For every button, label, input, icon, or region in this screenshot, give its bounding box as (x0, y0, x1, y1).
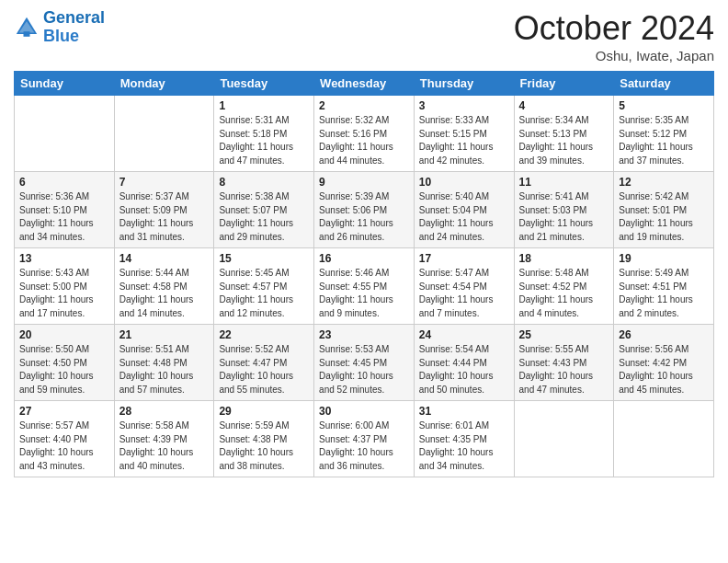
day-info: Sunrise: 5:52 AMSunset: 4:47 PMDaylight:… (219, 343, 309, 396)
week-row-4: 27 Sunrise: 5:57 AMSunset: 4:40 PMDaylig… (15, 401, 714, 477)
day-number: 13 (19, 252, 109, 265)
calendar-cell: 12 Sunrise: 5:42 AMSunset: 5:01 PMDaylig… (614, 172, 714, 248)
logo-blue: Blue (43, 27, 79, 45)
day-number: 9 (319, 176, 409, 189)
calendar-cell: 16 Sunrise: 5:46 AMSunset: 4:55 PMDaylig… (314, 248, 415, 325)
col-wednesday: Wednesday (314, 72, 415, 96)
day-number: 11 (519, 176, 609, 189)
logo-icon (14, 15, 40, 40)
calendar-cell: 2 Sunrise: 5:32 AMSunset: 5:16 PMDayligh… (314, 96, 415, 172)
day-number: 26 (619, 328, 709, 341)
day-number: 29 (219, 405, 309, 418)
day-info: Sunrise: 5:43 AMSunset: 5:00 PMDaylight:… (19, 267, 109, 320)
day-number: 5 (619, 99, 709, 112)
calendar-cell: 19 Sunrise: 5:49 AMSunset: 4:51 PMDaylig… (614, 248, 714, 325)
day-info: Sunrise: 5:59 AMSunset: 4:38 PMDaylight:… (219, 419, 309, 473)
day-info: Sunrise: 5:36 AMSunset: 5:10 PMDaylight:… (19, 190, 109, 244)
day-number: 22 (219, 328, 309, 341)
day-number: 4 (519, 99, 609, 112)
day-info: Sunrise: 5:40 AMSunset: 5:04 PMDaylight:… (419, 190, 509, 244)
logo-general: General (43, 8, 105, 27)
day-number: 21 (119, 328, 210, 341)
day-number: 28 (119, 405, 210, 418)
day-info: Sunrise: 5:53 AMSunset: 4:45 PMDaylight:… (319, 343, 409, 396)
calendar-table: Sunday Monday Tuesday Wednesday Thursday… (14, 71, 714, 477)
day-info: Sunrise: 5:54 AMSunset: 4:44 PMDaylight:… (419, 343, 509, 396)
calendar-cell: 8 Sunrise: 5:38 AMSunset: 5:07 PMDayligh… (214, 172, 314, 248)
calendar-cell: 28 Sunrise: 5:58 AMSunset: 4:39 PMDaylig… (114, 401, 214, 477)
calendar-cell: 13 Sunrise: 5:43 AMSunset: 5:00 PMDaylig… (15, 248, 115, 325)
title-block: October 2024 Oshu, Iwate, Japan (514, 9, 714, 63)
day-number: 31 (419, 405, 509, 418)
calendar-cell: 31 Sunrise: 6:01 AMSunset: 4:35 PMDaylig… (414, 401, 514, 477)
day-info: Sunrise: 5:58 AMSunset: 4:39 PMDaylight:… (119, 419, 210, 473)
calendar-cell (114, 96, 214, 172)
calendar-cell: 7 Sunrise: 5:37 AMSunset: 5:09 PMDayligh… (114, 172, 214, 248)
col-sunday: Sunday (15, 72, 115, 96)
day-info: Sunrise: 5:35 AMSunset: 5:12 PMDaylight:… (619, 114, 709, 167)
calendar-cell: 1 Sunrise: 5:31 AMSunset: 5:18 PMDayligh… (214, 96, 314, 172)
header: General Blue October 2024 Oshu, Iwate, J… (14, 9, 714, 63)
calendar-cell: 29 Sunrise: 5:59 AMSunset: 4:38 PMDaylig… (214, 401, 314, 477)
day-info: Sunrise: 5:44 AMSunset: 4:58 PMDaylight:… (119, 267, 210, 320)
day-number: 8 (219, 176, 309, 189)
day-info: Sunrise: 5:45 AMSunset: 4:57 PMDaylight:… (219, 267, 309, 320)
day-info: Sunrise: 5:32 AMSunset: 5:16 PMDaylight:… (319, 114, 409, 167)
day-number: 14 (119, 252, 210, 265)
calendar-cell (15, 96, 115, 172)
day-number: 18 (519, 252, 609, 265)
day-number: 24 (419, 328, 509, 341)
day-info: Sunrise: 5:42 AMSunset: 5:01 PMDaylight:… (619, 190, 709, 244)
svg-rect-2 (24, 31, 30, 37)
day-number: 23 (319, 328, 409, 341)
day-info: Sunrise: 5:48 AMSunset: 4:52 PMDaylight:… (519, 267, 609, 320)
day-info: Sunrise: 5:56 AMSunset: 4:42 PMDaylight:… (619, 343, 709, 396)
calendar-cell: 11 Sunrise: 5:41 AMSunset: 5:03 PMDaylig… (514, 172, 614, 248)
calendar-cell: 25 Sunrise: 5:55 AMSunset: 4:43 PMDaylig… (514, 325, 614, 401)
day-info: Sunrise: 6:01 AMSunset: 4:35 PMDaylight:… (419, 419, 509, 473)
calendar-cell: 17 Sunrise: 5:47 AMSunset: 4:54 PMDaylig… (414, 248, 514, 325)
location: Oshu, Iwate, Japan (514, 48, 714, 63)
day-number: 2 (319, 99, 409, 112)
logo-text: General Blue (43, 9, 105, 46)
day-number: 7 (119, 176, 210, 189)
calendar-cell: 3 Sunrise: 5:33 AMSunset: 5:15 PMDayligh… (414, 96, 514, 172)
day-number: 19 (619, 252, 709, 265)
day-info: Sunrise: 5:41 AMSunset: 5:03 PMDaylight:… (519, 190, 609, 244)
day-info: Sunrise: 5:34 AMSunset: 5:13 PMDaylight:… (519, 114, 609, 167)
calendar-cell: 23 Sunrise: 5:53 AMSunset: 4:45 PMDaylig… (314, 325, 415, 401)
day-info: Sunrise: 5:55 AMSunset: 4:43 PMDaylight:… (519, 343, 609, 396)
day-number: 16 (319, 252, 409, 265)
calendar-cell: 30 Sunrise: 6:00 AMSunset: 4:37 PMDaylig… (314, 401, 415, 477)
day-number: 15 (219, 252, 309, 265)
day-number: 17 (419, 252, 509, 265)
col-tuesday: Tuesday (214, 72, 314, 96)
day-info: Sunrise: 5:39 AMSunset: 5:06 PMDaylight:… (319, 190, 409, 244)
day-number: 1 (219, 99, 309, 112)
day-info: Sunrise: 5:38 AMSunset: 5:07 PMDaylight:… (219, 190, 309, 244)
calendar-cell: 10 Sunrise: 5:40 AMSunset: 5:04 PMDaylig… (414, 172, 514, 248)
header-row: Sunday Monday Tuesday Wednesday Thursday… (15, 72, 714, 96)
day-info: Sunrise: 5:50 AMSunset: 4:50 PMDaylight:… (19, 343, 109, 396)
col-friday: Friday (514, 72, 614, 96)
day-info: Sunrise: 5:49 AMSunset: 4:51 PMDaylight:… (619, 267, 709, 320)
calendar-cell: 14 Sunrise: 5:44 AMSunset: 4:58 PMDaylig… (114, 248, 214, 325)
calendar-cell: 6 Sunrise: 5:36 AMSunset: 5:10 PMDayligh… (15, 172, 115, 248)
calendar-cell (614, 401, 714, 477)
day-info: Sunrise: 5:57 AMSunset: 4:40 PMDaylight:… (19, 419, 109, 473)
calendar-cell: 24 Sunrise: 5:54 AMSunset: 4:44 PMDaylig… (414, 325, 514, 401)
page: General Blue October 2024 Oshu, Iwate, J… (0, 0, 728, 563)
calendar-cell: 5 Sunrise: 5:35 AMSunset: 5:12 PMDayligh… (614, 96, 714, 172)
day-number: 3 (419, 99, 509, 112)
day-number: 10 (419, 176, 509, 189)
day-info: Sunrise: 5:46 AMSunset: 4:55 PMDaylight:… (319, 267, 409, 320)
calendar-cell: 21 Sunrise: 5:51 AMSunset: 4:48 PMDaylig… (114, 325, 214, 401)
month-title: October 2024 (514, 9, 714, 48)
week-row-0: 1 Sunrise: 5:31 AMSunset: 5:18 PMDayligh… (15, 96, 714, 172)
calendar-cell: 26 Sunrise: 5:56 AMSunset: 4:42 PMDaylig… (614, 325, 714, 401)
calendar-cell: 20 Sunrise: 5:50 AMSunset: 4:50 PMDaylig… (15, 325, 115, 401)
day-info: Sunrise: 5:31 AMSunset: 5:18 PMDaylight:… (219, 114, 309, 167)
week-row-1: 6 Sunrise: 5:36 AMSunset: 5:10 PMDayligh… (15, 172, 714, 248)
day-info: Sunrise: 6:00 AMSunset: 4:37 PMDaylight:… (319, 419, 409, 473)
logo: General Blue (14, 9, 105, 46)
